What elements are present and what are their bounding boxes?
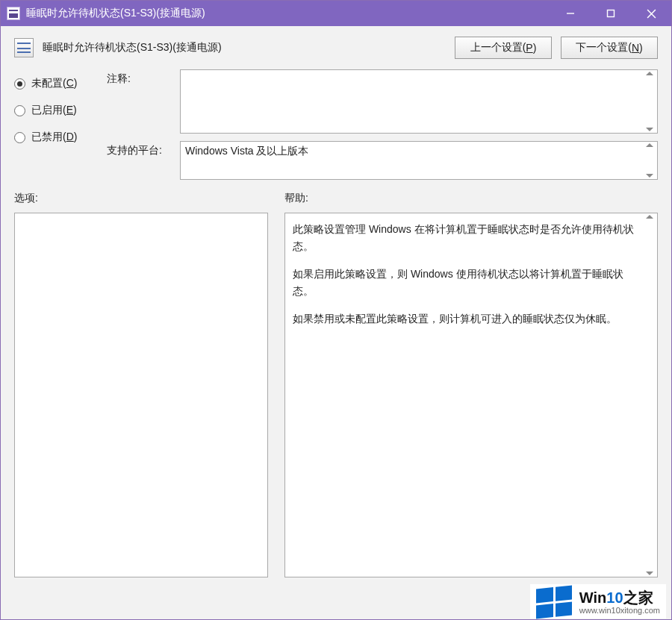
config-area: 未配置(C) 已启用(E) 已禁用(D) 注释: xyxy=(1,65,671,183)
help-content: 此策略设置管理 Windows 在将计算机置于睡眠状态时是否允许使用待机状态。 … xyxy=(285,213,657,345)
scroll-up-icon xyxy=(646,72,653,75)
policy-icon xyxy=(14,38,34,57)
window-title: 睡眠时允许待机状态(S1-S3)(接通电源) xyxy=(26,7,550,20)
watermark-brand: Win10之家 xyxy=(579,589,660,606)
options-column: 选项: xyxy=(14,189,268,577)
radio-enabled[interactable]: 已启用(E) xyxy=(14,104,104,117)
radio-indicator xyxy=(14,132,25,143)
radio-disabled[interactable]: 已禁用(D) xyxy=(14,131,104,144)
comment-row: 注释: xyxy=(107,69,658,134)
minimize-button[interactable] xyxy=(550,1,591,26)
titlebar[interactable]: 睡眠时允许待机状态(S1-S3)(接通电源) xyxy=(1,1,671,26)
svg-rect-1 xyxy=(608,10,615,17)
fields-column: 注释: 支持的平台: Windows Vista 及以上版本 xyxy=(107,69,658,180)
watermark-url: www.win10xitong.com xyxy=(579,606,660,615)
options-label: 选项: xyxy=(14,189,268,213)
platform-row: 支持的平台: Windows Vista 及以上版本 xyxy=(107,141,658,180)
options-box[interactable] xyxy=(14,213,268,577)
nav-button-group: 上一个设置(P) 下一个设置(N) xyxy=(455,37,658,59)
radio-indicator xyxy=(14,105,25,116)
comment-label: 注释: xyxy=(107,69,174,86)
header-row: 睡眠时允许待机状态(S1-S3)(接通电源) 上一个设置(P) 下一个设置(N) xyxy=(1,26,671,65)
scroll-down-icon xyxy=(646,572,653,575)
dialog-window: 睡眠时允许待机状态(S1-S3)(接通电源) 睡眠时允许待机状态(S1-S3)(… xyxy=(0,0,672,620)
lower-area: 选项: 帮助: 此策略设置管理 Windows 在将计算机置于睡眠状态时是否允许… xyxy=(1,183,671,580)
platform-label: 支持的平台: xyxy=(107,141,174,157)
app-icon xyxy=(7,7,20,20)
scroll-up-icon xyxy=(646,143,653,147)
platform-textbox: Windows Vista 及以上版本 xyxy=(180,141,658,180)
state-radio-group: 未配置(C) 已启用(E) 已禁用(D) xyxy=(14,69,104,180)
client-area: 睡眠时允许待机状态(S1-S3)(接通电源) 上一个设置(P) 下一个设置(N)… xyxy=(1,26,671,619)
setting-name: 睡眠时允许待机状态(S1-S3)(接通电源) xyxy=(43,41,446,54)
help-paragraph: 如果禁用或未配置此策略设置，则计算机可进入的睡眠状态仅为休眠。 xyxy=(293,310,641,328)
help-box[interactable]: 此策略设置管理 Windows 在将计算机置于睡眠状态时是否允许使用待机状态。 … xyxy=(284,213,658,577)
scroll-down-icon xyxy=(646,174,653,178)
help-column: 帮助: 此策略设置管理 Windows 在将计算机置于睡眠状态时是否允许使用待机… xyxy=(284,189,658,577)
platform-value: Windows Vista 及以上版本 xyxy=(185,145,308,157)
maximize-button[interactable] xyxy=(591,1,631,26)
close-button[interactable] xyxy=(631,1,671,26)
help-paragraph: 如果启用此策略设置，则 Windows 使用待机状态以将计算机置于睡眠状态。 xyxy=(293,266,641,300)
platform-scroll[interactable] xyxy=(644,142,656,179)
comment-textbox[interactable] xyxy=(180,69,658,134)
help-paragraph: 此策略设置管理 Windows 在将计算机置于睡眠状态时是否允许使用待机状态。 xyxy=(293,221,641,255)
window-controls xyxy=(550,1,671,26)
windows-logo-icon xyxy=(536,585,572,619)
radio-indicator xyxy=(14,78,25,90)
next-setting-button[interactable]: 下一个设置(N) xyxy=(561,37,658,59)
help-label: 帮助: xyxy=(284,189,658,213)
radio-not-configured[interactable]: 未配置(C) xyxy=(14,77,104,90)
scroll-up-icon xyxy=(646,215,653,219)
comment-scroll[interactable] xyxy=(644,70,656,133)
prev-setting-button[interactable]: 上一个设置(P) xyxy=(455,37,552,59)
help-scroll[interactable] xyxy=(644,213,656,577)
scroll-down-icon xyxy=(646,128,653,131)
watermark: Win10之家 www.win10xitong.com xyxy=(530,584,666,619)
